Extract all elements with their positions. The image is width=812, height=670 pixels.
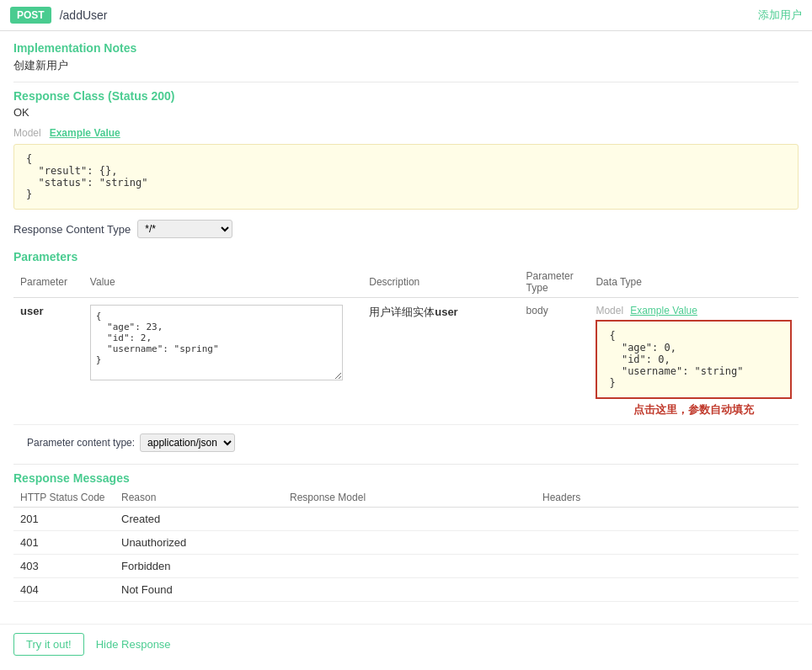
col-param-type: Parameter Type <box>520 267 590 298</box>
status-404: 404 <box>13 578 115 602</box>
headers-403 <box>536 555 799 578</box>
response-content-type-select[interactable]: */* application/json application/xml <box>137 220 232 238</box>
param-value-textarea[interactable]: { "age": 23, "id": 2, "username": "sprin… <box>90 305 343 380</box>
model-201 <box>283 508 536 531</box>
implementation-notes-section: Implementation Notes 创建新用户 <box>13 41 799 73</box>
response-messages-section: Response Messages HTTP Status Code Reaso… <box>13 471 799 602</box>
col-status-code: HTTP Status Code <box>13 488 115 508</box>
params-header-row: Parameter Value Description Parameter Ty… <box>13 267 799 298</box>
headers-401 <box>536 531 799 555</box>
method-badge: POST <box>10 7 51 24</box>
response-messages-title: Response Messages <box>13 471 799 485</box>
status-201: 201 <box>13 508 115 531</box>
param-name: user <box>20 305 43 317</box>
status-403: 403 <box>13 555 115 578</box>
inline-model-tabs: Model Example Value <box>596 305 792 316</box>
table-row: 404 Not Found <box>13 578 799 602</box>
table-row: user { "age": 23, "id": 2, "username": "… <box>13 298 799 425</box>
response-content-type-section: Response Content Type */* application/js… <box>13 220 799 238</box>
col-value: Value <box>83 267 362 298</box>
reason-forbidden: Forbidden <box>115 555 283 578</box>
table-row: 201 Created <box>13 508 799 531</box>
param-content-type-row: Parameter content type: application/json… <box>27 433 799 452</box>
response-class-code: { "result": {}, "status": "string" } <box>13 144 799 210</box>
example-value-tab[interactable]: Example Value <box>50 127 120 139</box>
bottom-actions: Try it out! Hide Response <box>0 624 812 664</box>
implementation-notes-desc: 创建新用户 <box>13 58 799 73</box>
response-content-type-label: Response Content Type <box>13 223 131 236</box>
implementation-notes-title: Implementation Notes <box>13 41 799 55</box>
status-401: 401 <box>13 531 115 555</box>
response-class-status: OK <box>13 106 799 119</box>
col-data-type: Data Type <box>589 267 799 298</box>
add-user-link[interactable]: 添加用户 <box>758 8 802 23</box>
table-row: 403 Forbidden <box>13 555 799 578</box>
reason-unauthorized: Unauthorized <box>115 531 283 555</box>
headers-404 <box>536 578 799 602</box>
parameters-section: Parameters Parameter Value Description P… <box>13 250 799 452</box>
param-description-text: 用户详细实体user <box>369 306 457 318</box>
response-class-title: Response Class (Status 200) <box>13 89 799 103</box>
response-class-section: Response Class (Status 200) OK Model Exa… <box>13 89 799 210</box>
example-value-box: { "age": 0, "id": 0, "username": "string… <box>596 320 792 399</box>
col-reason: Reason <box>115 488 283 508</box>
col-response-model: Response Model <box>283 488 536 508</box>
endpoint-path: /addUser <box>60 8 758 22</box>
hide-response-link[interactable]: Hide Response <box>96 638 171 651</box>
col-headers: Headers <box>536 488 799 508</box>
col-description: Description <box>362 267 519 298</box>
parameters-table: Parameter Value Description Parameter Ty… <box>13 267 799 425</box>
headers-201 <box>536 508 799 531</box>
response-messages-table: HTTP Status Code Reason Response Model H… <box>13 488 799 602</box>
param-desc-cell: 用户详细实体user <box>362 298 519 425</box>
model-404 <box>283 578 536 602</box>
response-header-row: HTTP Status Code Reason Response Model H… <box>13 488 799 508</box>
model-403 <box>283 555 536 578</box>
reason-not-found: Not Found <box>115 578 283 602</box>
param-content-type-label: Parameter content type: <box>27 437 135 449</box>
param-value-cell: { "age": 23, "id": 2, "username": "sprin… <box>83 298 362 425</box>
try-it-out-button[interactable]: Try it out! <box>13 633 84 656</box>
divider-2 <box>13 464 799 465</box>
param-data-type-cell: Model Example Value { "age": 0, "id": 0,… <box>589 298 799 425</box>
reason-created: Created <box>115 508 283 531</box>
param-body-type: body <box>526 305 548 316</box>
param-content-type-select[interactable]: application/json application/xml <box>140 433 235 452</box>
col-parameter: Parameter <box>13 267 83 298</box>
table-row: 401 Unauthorized <box>13 531 799 555</box>
param-type-cell: body <box>520 298 590 425</box>
model-tab[interactable]: Model <box>13 127 41 139</box>
param-name-cell: user <box>13 298 83 425</box>
divider-1 <box>13 82 799 82</box>
parameters-title: Parameters <box>13 250 799 263</box>
page-container: POST /addUser 添加用户 Implementation Notes … <box>0 0 812 670</box>
model-401 <box>283 531 536 555</box>
response-class-model-tabs: Model Example Value <box>13 127 799 139</box>
annotation-text: 点击这里，参数自动填充 <box>596 402 792 417</box>
inline-example-tab[interactable]: Example Value <box>630 305 697 316</box>
header-bar: POST /addUser 添加用户 <box>0 0 812 31</box>
main-content: Implementation Notes 创建新用户 Response Clas… <box>0 31 812 624</box>
inline-model-tab[interactable]: Model <box>596 305 623 316</box>
